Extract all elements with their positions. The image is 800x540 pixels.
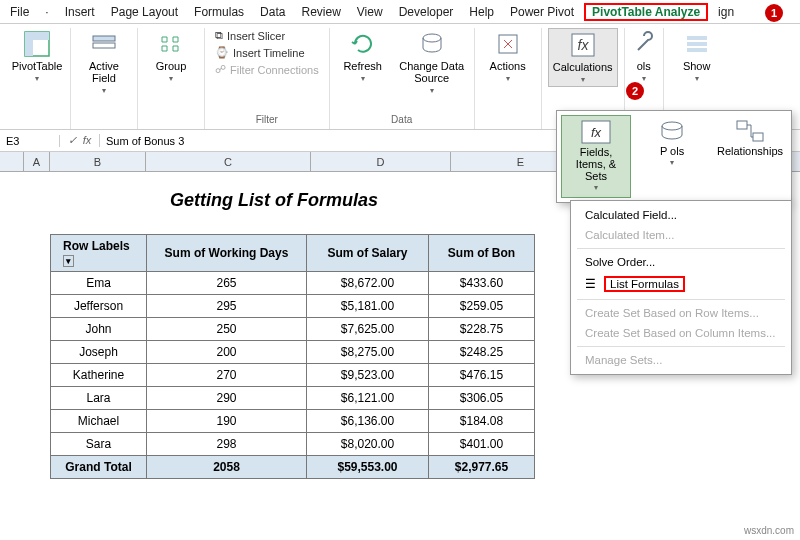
chevron-down-icon: ▾ [642,74,646,83]
dropdown-icon[interactable]: ▾ [63,255,74,267]
svg-rect-11 [687,48,707,52]
tab-file[interactable]: File [4,3,35,21]
data-source-icon [418,30,446,58]
svg-point-5 [423,34,441,42]
tab-insert[interactable]: Insert [59,3,101,21]
active-field-button[interactable]: Active Field ▾ [77,28,131,97]
chevron-down-icon: ▾ [695,74,699,83]
slicer-icon: ⧉ [215,29,223,42]
table-total-row[interactable]: Grand Total2058$59,553.00$2,977.65 [51,456,535,479]
fx-icon[interactable]: ✓ fx [60,134,100,147]
tab-page-layout[interactable]: Page Layout [105,3,184,21]
fields-items-sets-button[interactable]: fx Fields, Items, & Sets▾ [561,115,631,198]
tab-developer[interactable]: Developer [393,3,460,21]
olap-tools-button[interactable]: P ols▾ [637,115,707,198]
table-row[interactable]: Joseph200$8,275.00$248.25 [51,341,535,364]
show-icon [683,30,711,58]
chevron-down-icon: ▾ [361,74,365,83]
table-row[interactable]: Ema265$8,672.00$433.60 [51,272,535,295]
menu-calculated-field[interactable]: Calculated Field... [571,205,791,225]
insert-timeline-button[interactable]: ⌚Insert Timeline [211,45,323,60]
menu-create-row-set: Create Set Based on Row Items... [571,303,791,323]
svg-rect-15 [737,121,747,129]
chevron-down-icon: ▾ [35,74,39,83]
svg-rect-16 [753,133,763,141]
pivottable-icon [23,30,51,58]
actions-button[interactable]: Actions ▾ [481,28,535,85]
group-actions: Actions ▾ [475,28,542,129]
menu-list-formulas[interactable]: ☰List Formulas [571,272,791,296]
tools-button[interactable]: ols ▾ [631,28,657,85]
watermark: wsxdn.com [744,525,794,536]
menu-solve-order[interactable]: Solve Order... [571,252,791,272]
svg-rect-10 [687,42,707,46]
filter-connections-button: ☍Filter Connections [211,62,323,77]
pivottable-button[interactable]: PivotTable ▾ [10,28,64,85]
chevron-down-icon: ▾ [102,86,106,95]
table-row[interactable]: Katherine270$9,523.00$476.15 [51,364,535,387]
name-box[interactable]: E3 [0,135,60,147]
relationships-button[interactable]: Relationships [713,115,787,198]
col-D[interactable]: D [311,152,451,171]
chevron-down-icon: ▾ [169,74,173,83]
pivot-table[interactable]: Row Labels ▾ Sum of Working Days Sum of … [50,234,535,479]
tab-formulas[interactable]: Formulas [188,3,250,21]
col-C[interactable]: C [146,152,311,171]
table-row[interactable]: Sara298$8,020.00$401.00 [51,433,535,456]
list-icon: ☰ [585,277,596,291]
separator [577,248,785,249]
filter-conn-icon: ☍ [215,63,226,76]
tab-extra[interactable]: · [39,3,54,21]
show-button[interactable]: Show ▾ [670,28,724,85]
group-button[interactable]: Group ▾ [144,28,198,85]
calculations-dropdown: fx Fields, Items, & Sets▾ P ols▾ Relatio… [556,110,792,203]
chevron-down-icon: ▾ [506,74,510,83]
tab-design[interactable]: ign [712,3,740,21]
menu-create-col-set: Create Set Based on Column Items... [571,323,791,343]
separator [577,346,785,347]
actions-icon [494,30,522,58]
refresh-icon [349,30,377,58]
tab-power-pivot[interactable]: Power Pivot [504,3,580,21]
olap-icon [657,119,687,143]
col-A[interactable]: A [24,152,50,171]
change-data-source-button[interactable]: Change Data Source ▾ [396,28,468,97]
svg-text:fx: fx [577,37,589,53]
svg-point-14 [662,122,682,130]
table-row[interactable]: Jefferson295$5,181.00$259.05 [51,295,535,318]
callout-2: 2 [626,82,644,100]
group-filter: ⧉Insert Slicer ⌚Insert Timeline ☍Filter … [205,28,330,129]
menu-manage-sets: Manage Sets... [571,350,791,370]
calculations-button[interactable]: fx Calculations ▾ [548,28,618,87]
svg-text:fx: fx [591,125,602,140]
refresh-button[interactable]: Refresh ▾ [336,28,390,85]
svg-rect-3 [93,36,115,41]
group-icon [157,30,185,58]
tab-view[interactable]: View [351,3,389,21]
ribbon-tabs: File · Insert Page Layout Formulas Data … [0,0,800,24]
chevron-down-icon: ▾ [581,75,585,84]
group-group: Group ▾ [138,28,205,129]
tab-review[interactable]: Review [295,3,346,21]
col-B[interactable]: B [50,152,146,171]
select-all-corner[interactable] [0,152,24,171]
table-row[interactable]: Lara290$6,121.00$306.05 [51,387,535,410]
separator [577,299,785,300]
table-row[interactable]: John250$7,625.00$228.75 [51,318,535,341]
group-pivottable: PivotTable ▾ [4,28,71,129]
tab-pivottable-analyze[interactable]: PivotTable Analyze [584,3,708,21]
tools-icon [630,30,658,58]
table-row[interactable]: Michael190$6,136.00$184.08 [51,410,535,433]
relationships-icon [735,119,765,143]
tab-data[interactable]: Data [254,3,291,21]
tab-help[interactable]: Help [463,3,500,21]
fields-icon: fx [581,120,611,144]
group-active-field: Active Field ▾ [71,28,138,129]
chevron-down-icon: ▾ [430,86,434,95]
table-header-row: Row Labels ▾ Sum of Working Days Sum of … [51,235,535,272]
timeline-icon: ⌚ [215,46,229,59]
page-title: Getting List of Formulas [170,190,378,211]
insert-slicer-button[interactable]: ⧉Insert Slicer [211,28,323,43]
svg-rect-4 [93,43,115,48]
menu-calculated-item: Calculated Item... [571,225,791,245]
